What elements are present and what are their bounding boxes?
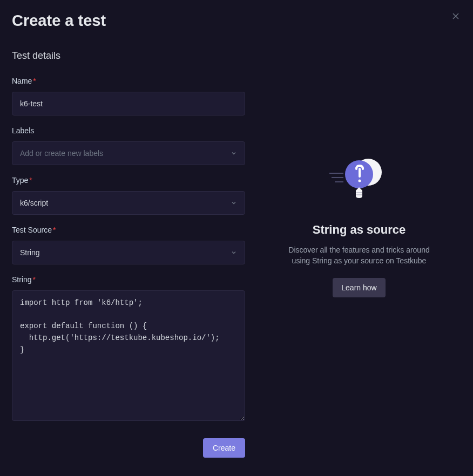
source-value: String — [20, 248, 231, 257]
source-group: Test Source* String — [12, 226, 245, 264]
source-select[interactable]: String — [12, 241, 245, 264]
string-label-text: String — [12, 275, 32, 284]
info-title: String as source — [313, 223, 406, 237]
chevron-down-icon — [231, 200, 237, 206]
chevron-down-icon — [231, 249, 237, 256]
required-asterisk: * — [29, 176, 32, 185]
type-label: Type* — [12, 176, 245, 185]
type-value: k6/script — [20, 199, 231, 207]
source-label: Test Source* — [12, 226, 245, 234]
name-input[interactable] — [12, 92, 245, 115]
string-label: String* — [12, 275, 245, 284]
labels-select[interactable]: Add or create new labels — [12, 141, 245, 165]
section-title: Test details — [12, 50, 245, 62]
info-panel: String as source Discover all the featur… — [245, 0, 473, 476]
string-group: String* — [12, 275, 245, 423]
modal-title: Create a test — [12, 12, 245, 30]
close-icon — [451, 12, 460, 21]
name-label-text: Name — [12, 77, 32, 85]
labels-group: Labels Add or create new labels — [12, 126, 245, 165]
create-button[interactable]: Create — [203, 438, 245, 458]
required-asterisk: * — [53, 226, 56, 234]
form-wrapper: Name* Labels Add or create new labels — [12, 77, 245, 458]
form-panel: Create a test Test details Name* Labels … — [0, 0, 245, 476]
close-button[interactable] — [450, 11, 461, 22]
create-test-modal: Create a test Test details Name* Labels … — [0, 0, 473, 476]
info-content: String as source Discover all the featur… — [283, 157, 435, 298]
source-label-text: Test Source — [12, 226, 52, 234]
type-group: Type* k6/script — [12, 176, 245, 215]
required-asterisk: * — [33, 275, 36, 284]
type-select[interactable]: k6/script — [12, 191, 245, 215]
type-label-text: Type — [12, 176, 28, 185]
labels-placeholder: Add or create new labels — [20, 149, 231, 158]
name-label: Name* — [12, 77, 245, 85]
chevron-down-icon — [231, 150, 237, 157]
string-textarea[interactable] — [12, 290, 245, 421]
labels-label-text: Labels — [12, 126, 34, 135]
lightbulb-icon — [329, 157, 389, 208]
name-group: Name* — [12, 77, 245, 115]
required-asterisk: * — [33, 77, 36, 85]
info-description: Discover all the features and tricks aro… — [283, 244, 435, 267]
svg-point-10 — [359, 179, 361, 182]
learn-how-button[interactable]: Learn how — [333, 278, 385, 297]
labels-label: Labels — [12, 126, 245, 135]
